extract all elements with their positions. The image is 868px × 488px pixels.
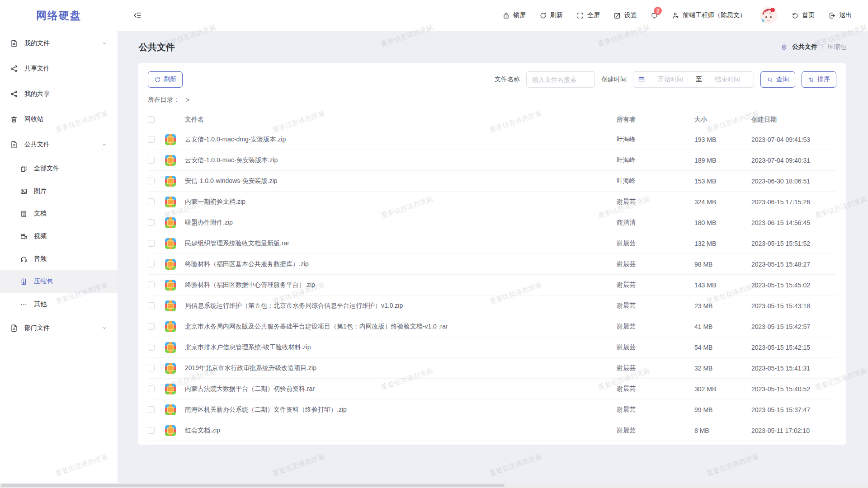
row-checkbox[interactable]: [148, 406, 155, 413]
row-checkbox[interactable]: [148, 219, 155, 226]
sidebar-item-label: 音频: [34, 255, 47, 263]
start-date-placeholder[interactable]: 开始时间: [649, 75, 692, 84]
file-name[interactable]: 安信-1.0.0-windows-免安装版.zip: [185, 177, 617, 185]
lockscreen-button[interactable]: 锁屏: [502, 11, 526, 19]
row-checkbox[interactable]: [148, 385, 155, 392]
sidebar-item-documents[interactable]: 文档: [0, 202, 118, 225]
row-checkbox[interactable]: [148, 323, 155, 330]
file-name[interactable]: 2019年北京市水行政审批系统升级改造项目.zip: [185, 364, 617, 372]
sidebar-collapse-icon[interactable]: [133, 11, 142, 20]
query-button[interactable]: 查询: [760, 71, 795, 88]
sidebar-item-label: 压缩包: [34, 277, 53, 286]
sidebar-item-label: 文档: [34, 210, 47, 218]
user-icon: [672, 12, 679, 19]
table-row[interactable]: 局信息系统运行维护（第五包：北京市水务局综合信息平台运行维护）v1.0.zip …: [148, 296, 836, 316]
file-owner: 谢晨芸: [617, 239, 694, 248]
table-row[interactable]: 红会文档.zip 谢晨芸 8 MB 2023-05-11 17:02:10: [148, 420, 836, 441]
horizontal-scrollbar[interactable]: [0, 483, 868, 488]
file-name[interactable]: 终验材料（福田区数据中心管理服务平台）.zip: [185, 281, 617, 289]
notifications-button[interactable]: 3: [651, 12, 658, 19]
file-name[interactable]: 内蒙一期初验文档.zip: [185, 198, 617, 206]
column-date[interactable]: 创建日期: [751, 116, 836, 124]
file-name[interactable]: 北京市水务局内网改版及公共服务基础平台建设项目（第1包：内网改版）终验验文档-v…: [185, 323, 617, 331]
sort-button[interactable]: 排序: [802, 71, 836, 88]
table-row[interactable]: 安信-1.0.0-windows-免安装版.zip 叶海峰 153 MB 202…: [148, 171, 836, 192]
sidebar-item-my-shares[interactable]: 我的共享: [0, 81, 118, 107]
refresh-list-button[interactable]: 刷新: [148, 71, 183, 88]
settings-button[interactable]: 设置: [613, 11, 637, 19]
logout-label: 退出: [839, 11, 852, 19]
select-all-checkbox[interactable]: [148, 116, 155, 123]
image-icon: [20, 188, 28, 195]
row-checkbox[interactable]: [148, 136, 155, 143]
filename-search-input[interactable]: [526, 71, 595, 88]
row-checkbox[interactable]: [148, 261, 155, 267]
file-size: 132 MB: [694, 240, 751, 247]
sidebar-item-recycle-bin[interactable]: 回收站: [0, 107, 118, 132]
row-checkbox[interactable]: [148, 427, 155, 434]
list-toolbar: 刷新 文件名称 创建时间 开始时间 至 结束时间: [148, 71, 836, 88]
row-checkbox[interactable]: [148, 282, 155, 288]
scrollbar-thumb[interactable]: [1, 484, 505, 487]
breadcrumb-parent[interactable]: 公共文件: [792, 43, 817, 51]
share-icon: [10, 65, 18, 73]
table-row[interactable]: 2019年北京市水行政审批系统升级改造项目.zip 谢晨芸 32 MB 2023…: [148, 358, 836, 379]
file-date: 2023-05-15 15:48:27: [751, 261, 836, 268]
sidebar-item-shared-files[interactable]: 共享文件: [0, 56, 118, 81]
fullscreen-button[interactable]: 全屏: [576, 11, 600, 19]
file-name[interactable]: 北京市排水户信息管理系统-竣工验收材料.zip: [185, 343, 617, 352]
sidebar-item-images[interactable]: 图片: [0, 180, 118, 202]
sidebar-item-videos[interactable]: 视频: [0, 225, 118, 248]
table-row[interactable]: 云安信-1.0.0-mac-免安装版本.zip 叶海峰 189 MB 2023-…: [148, 150, 836, 171]
table-row[interactable]: 南海区机关新办公系统（二期）文件资料（终验打印）.zip 谢晨芸 99 MB 2…: [148, 399, 836, 420]
table-row[interactable]: 北京市排水户信息管理系统-竣工验收材料.zip 谢晨芸 54 MB 2023-0…: [148, 337, 836, 358]
file-date: 2023-05-15 15:45:02: [751, 282, 836, 289]
file-name[interactable]: 局信息系统运行维护（第五包：北京市水务局综合信息平台运行维护）v1.0.zip: [185, 302, 617, 310]
row-checkbox[interactable]: [148, 344, 155, 351]
sidebar-item-archives[interactable]: 压缩包: [0, 270, 118, 293]
file-name[interactable]: 民建组织管理系统验收文档最新版.rar: [185, 239, 617, 248]
avatar[interactable]: [760, 6, 778, 24]
table-row[interactable]: 内蒙一期初验文档.zip 谢晨芸 324 MB 2023-06-15 17:15…: [148, 192, 836, 212]
file-name[interactable]: 终验材料（福田区基本公共服务数据库）.zip: [185, 260, 617, 268]
column-owner[interactable]: 所有者: [617, 116, 694, 124]
sidebar-item-all-files[interactable]: 全部文件: [0, 157, 118, 180]
file-name[interactable]: 内蒙古法院大数据平台（二期）初验前资料.rar: [185, 385, 617, 393]
table-row[interactable]: 内蒙古法院大数据平台（二期）初验前资料.rar 谢晨芸 302 MB 2023-…: [148, 379, 836, 399]
table-row[interactable]: 联盟办件附件.zip 商清清 180 MB 2023-06-15 14:56:4…: [148, 212, 836, 233]
row-checkbox[interactable]: [148, 178, 155, 184]
sidebar-item-my-files[interactable]: 我的文件: [0, 31, 118, 56]
date-range-picker[interactable]: 开始时间 至 结束时间: [633, 71, 754, 88]
page-head: 公共文件 公共文件 / 压缩包: [118, 31, 868, 63]
table-row[interactable]: 云安信-1.0.0-mac-dmg-安装版本.zip 叶海峰 193 MB 20…: [148, 129, 836, 150]
user-menu[interactable]: 前端工程师（陈思文）: [672, 11, 746, 19]
home-button[interactable]: 首页: [791, 11, 815, 19]
sort-label: 排序: [817, 75, 830, 84]
table-row[interactable]: 北京市水务局内网改版及公共服务基础平台建设项目（第1包：内网改版）终验验文档-v…: [148, 316, 836, 337]
sidebar-item-label: 我的共享: [24, 90, 108, 98]
column-filename[interactable]: 文件名: [185, 116, 617, 124]
sidebar-item-public-files[interactable]: 公共文件: [0, 132, 118, 157]
row-checkbox[interactable]: [148, 198, 155, 205]
row-checkbox[interactable]: [148, 365, 155, 371]
table-row[interactable]: 终验材料（福田区数据中心管理服务平台）.zip 谢晨芸 143 MB 2023-…: [148, 275, 836, 296]
table-row[interactable]: 民建组织管理系统验收文档最新版.rar 谢晨芸 132 MB 2023-05-1…: [148, 233, 836, 254]
row-checkbox[interactable]: [148, 240, 155, 247]
file-name[interactable]: 联盟办件附件.zip: [185, 219, 617, 227]
file-name[interactable]: 云安信-1.0.0-mac-免安装版本.zip: [185, 156, 617, 164]
column-size[interactable]: 大小: [694, 116, 751, 124]
refresh-button[interactable]: 刷新: [539, 11, 563, 19]
logout-button[interactable]: 退出: [828, 11, 852, 19]
sidebar-item-audio[interactable]: 音频: [0, 248, 118, 270]
sidebar-item-department-files[interactable]: 部门文件: [0, 315, 118, 341]
directory-separator[interactable]: >: [186, 96, 189, 103]
sidebar-item-others[interactable]: 其他: [0, 293, 118, 315]
file-name[interactable]: 南海区机关新办公系统（二期）文件资料（终验打印）.zip: [185, 406, 617, 414]
chevron-up-icon: [101, 141, 108, 148]
row-checkbox[interactable]: [148, 157, 155, 164]
file-name[interactable]: 云安信-1.0.0-mac-dmg-安装版本.zip: [185, 136, 617, 144]
file-name[interactable]: 红会文档.zip: [185, 427, 617, 435]
row-checkbox[interactable]: [148, 302, 155, 309]
table-row[interactable]: 终验材料（福田区基本公共服务数据库）.zip 谢晨芸 98 MB 2023-05…: [148, 254, 836, 275]
end-date-placeholder[interactable]: 结束时间: [706, 75, 749, 84]
